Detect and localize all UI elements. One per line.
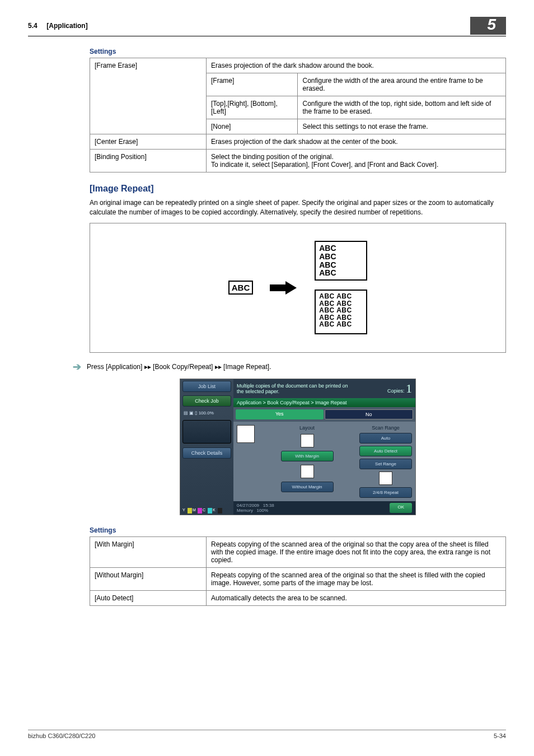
ok-button[interactable]: OK xyxy=(390,503,412,513)
ui-panel: Job List Check Job ▤ ▣ ▯ 100.0% Check De… xyxy=(180,379,416,515)
section-title: [Application] xyxy=(46,22,87,30)
page-header: 5.4 [Application] 5 xyxy=(28,17,506,36)
cell-auto-detect-desc: Automatically detects the area to be sca… xyxy=(207,590,506,605)
cell-trbl-desc: Configure the width of the top, right si… xyxy=(298,96,506,119)
cell-with-margin-desc: Repeats copying of the scanned area of t… xyxy=(207,536,506,567)
breadcrumb: Application > Book Copy/Repeat > Image R… xyxy=(233,398,415,407)
cell-center-erase-desc: Erases projection of the dark shadow at … xyxy=(207,134,506,150)
layout-thumb-2 xyxy=(301,465,314,478)
ui-date: 04/27/2009 xyxy=(237,503,259,508)
cell-frame-erase-label: [Frame Erase] xyxy=(90,58,207,134)
layout-label: Layout xyxy=(299,425,315,431)
repeat-thumb xyxy=(379,472,392,485)
settings-heading-2: Settings xyxy=(90,526,506,534)
cell-auto-detect-label: [Auto Detect] xyxy=(90,590,207,605)
check-details-button[interactable]: Check Details xyxy=(182,447,231,459)
cell-center-erase-label: [Center Erase] xyxy=(90,134,207,150)
arrow-icon xyxy=(270,282,298,293)
settings-heading-1: Settings xyxy=(90,48,506,55)
cell-without-margin-label: [Without Margin] xyxy=(90,567,207,590)
auto-detect-button[interactable]: Auto Detect xyxy=(359,446,412,456)
toner-indicators: Y M C K xyxy=(180,507,233,515)
tab-no[interactable]: No xyxy=(325,409,414,419)
image-repeat-diagram: ABC ABC ABC ABC ABC ABC ABC ABC ABC ABC … xyxy=(90,223,506,353)
thumb-icon xyxy=(237,425,255,443)
cell-trbl-label: [Top],[Right], [Bottom], [Left] xyxy=(207,96,298,119)
cell-frame-label: [Frame] xyxy=(207,73,298,96)
check-job-button[interactable]: Check Job xyxy=(182,395,231,407)
without-margin-button[interactable]: Without Margin xyxy=(281,482,334,492)
section-number: 5.4 xyxy=(28,22,38,30)
toner-percent: ▤ ▣ ▯ 100.0% xyxy=(180,408,233,418)
cell-frame-desc: Configure the width of the area around t… xyxy=(298,73,506,96)
step-text: Press [Application] ▸▸ [Book Copy/Repeat… xyxy=(87,363,271,371)
cell-none-desc: Select this settings to not erase the fr… xyxy=(298,119,506,134)
settings-table-1: [Frame Erase] Erases projection of the d… xyxy=(90,58,506,172)
image-repeat-desc: An original image can be repeatedly prin… xyxy=(90,198,506,217)
cell-frame-erase-desc: Erases projection of the dark shadow aro… xyxy=(207,58,506,73)
cell-binding-desc: Select the binding position of the origi… xyxy=(207,150,506,172)
step-arrow-icon: ➔ xyxy=(73,361,81,373)
with-margin-button[interactable]: With Margin xyxy=(281,451,334,461)
footer-model: bizhub C360/C280/C220 xyxy=(28,732,95,739)
cell-with-margin-label: [With Margin] xyxy=(90,536,207,567)
set-range-button[interactable]: Set Range xyxy=(359,459,412,469)
scan-range-label: Scan Range xyxy=(372,425,400,431)
toner-meter xyxy=(182,420,231,444)
page-footer: bizhub C360/C280/C220 5-34 xyxy=(28,730,506,739)
diagram-output-stacked: ABC ABC ABC ABC xyxy=(315,241,367,281)
cell-without-margin-desc: Repeats copying of the scanned area of t… xyxy=(207,567,506,590)
image-repeat-heading: [Image Repeat] xyxy=(90,184,506,194)
ui-top-text: Multiple copies of the document can be p… xyxy=(237,383,349,394)
cell-binding-label: [Binding Position] xyxy=(90,150,207,172)
diagram-output-grid: ABC ABC ABC ABC ABC ABC ABC ABC ABC ABC xyxy=(315,290,367,334)
auto-button[interactable]: Auto xyxy=(359,433,412,444)
footer-page: 5-34 xyxy=(494,732,506,739)
layout-thumb-1 xyxy=(301,434,314,447)
ui-memory-pct: 100% xyxy=(257,508,268,513)
cell-none-label: [None] xyxy=(207,119,298,134)
settings-table-2: [With Margin] Repeats copying of the sca… xyxy=(90,536,506,606)
chapter-badge: 5 xyxy=(470,17,506,35)
ui-time: 15:38 xyxy=(263,503,274,508)
repeat-248-button[interactable]: 2/4/8 Repeat xyxy=(359,487,412,498)
step-instruction: ➔ Press [Application] ▸▸ [Book Copy/Repe… xyxy=(73,361,506,373)
ui-memory-label: Memory xyxy=(237,508,253,513)
ui-copies: Copies: 1 xyxy=(387,381,412,396)
job-list-button[interactable]: Job List xyxy=(182,381,231,392)
tab-yes[interactable]: Yes xyxy=(236,409,324,419)
diagram-original: ABC xyxy=(228,281,254,295)
